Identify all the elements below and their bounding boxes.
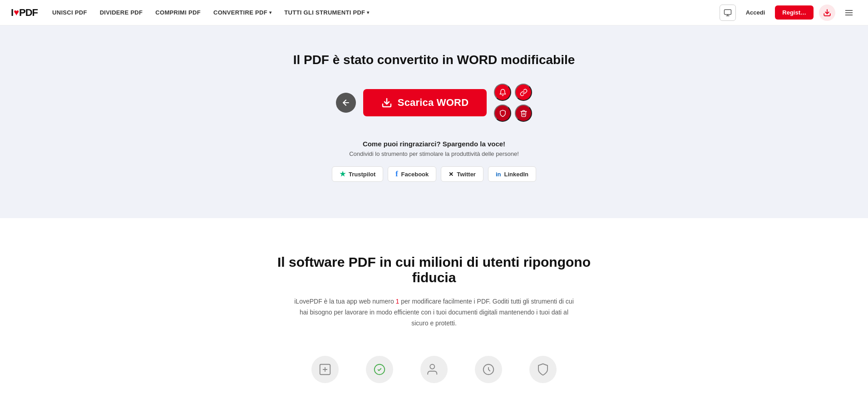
share-linkedin-button[interactable]: in LinkedIn <box>488 166 536 182</box>
logo-heart: ♥ <box>14 7 19 18</box>
hero-actions: Scarica WORD <box>11 84 857 122</box>
nav-comprimi-pdf[interactable]: COMPRIMI PDF <box>155 9 201 16</box>
link-button[interactable] <box>515 84 532 101</box>
nav-tutti-strumenti[interactable]: TUTTI GLI STRUMENTI PDF ▾ <box>284 9 369 16</box>
back-arrow-icon <box>341 98 350 107</box>
register-button[interactable]: Regist… <box>775 5 814 20</box>
feature-icon-4 <box>475 356 502 383</box>
logo-pdf: PDF <box>19 7 38 19</box>
feature-item-5 <box>529 356 557 383</box>
share-linkedin-label: LinkedIn <box>504 171 528 178</box>
convertire-dropdown-arrow: ▾ <box>269 10 271 15</box>
navbar: I♥PDF UNISCI PDF DIVIDERE PDF COMPRIMI P… <box>0 0 868 25</box>
feature-item-4 <box>475 356 502 383</box>
features-row <box>11 356 857 383</box>
lower-description: iLovePDF è la tua app web numero 1 per m… <box>293 296 575 329</box>
feature-icon-2 <box>366 356 393 383</box>
download-icon <box>823 9 831 17</box>
shield-button[interactable] <box>494 105 511 122</box>
strumenti-dropdown-arrow: ▾ <box>367 10 369 15</box>
bell-icon <box>499 89 507 96</box>
monitor-button[interactable] <box>720 5 736 21</box>
action-icons-group <box>494 84 532 122</box>
share-twitter-button[interactable]: ✕ Twitter <box>441 166 483 182</box>
share-buttons: ★ Trustpilot f Facebook ✕ Twitter in Lin… <box>11 166 857 182</box>
trustpilot-icon: ★ <box>340 170 345 178</box>
svg-rect-0 <box>724 10 731 15</box>
share-trustpilot-label: Trustpilot <box>349 171 375 178</box>
download-circle-button[interactable] <box>819 5 835 21</box>
delete-button[interactable] <box>515 105 532 122</box>
linkedin-icon: in <box>496 171 501 178</box>
hero-title: Il PDF è stato convertito in WORD modifi… <box>11 53 857 67</box>
feature-icon-5 <box>529 356 557 383</box>
trash-icon <box>520 110 528 117</box>
hamburger-icon <box>844 8 853 17</box>
link-icon <box>520 89 528 96</box>
feature-item-2 <box>366 356 393 383</box>
feature-icon-1 <box>311 356 339 383</box>
notify-button[interactable] <box>494 84 511 101</box>
lower-title: Il software PDF in cui milioni di utenti… <box>275 254 593 285</box>
share-facebook-button[interactable]: f Facebook <box>388 166 436 182</box>
feature-item-3 <box>420 356 448 383</box>
svg-point-11 <box>430 364 434 369</box>
share-title: Come puoi ringraziarci? Spargendo la voc… <box>11 140 857 148</box>
back-button[interactable] <box>336 93 356 113</box>
feature-icon-3 <box>420 356 448 383</box>
nav-links: UNISCI PDF DIVIDERE PDF COMPRIMI PDF CON… <box>52 9 720 16</box>
shield-icon <box>499 110 507 117</box>
feature-item-1 <box>311 356 339 383</box>
action-icons-top-row <box>494 84 532 101</box>
twitter-x-icon: ✕ <box>449 171 454 178</box>
share-facebook-label: Facebook <box>401 171 429 178</box>
share-twitter-label: Twitter <box>457 171 476 178</box>
login-button[interactable]: Accedi <box>741 6 770 19</box>
facebook-icon: f <box>395 170 398 178</box>
share-section: Come puoi ringraziarci? Spargendo la voc… <box>11 140 857 182</box>
lower-section: Il software PDF in cui milioni di utenti… <box>0 218 868 410</box>
nav-dividere-pdf[interactable]: DIVIDERE PDF <box>100 9 143 16</box>
nav-actions: Accedi Regist… <box>720 5 857 21</box>
download-btn-icon <box>381 97 392 108</box>
logo[interactable]: I♥PDF <box>11 7 38 19</box>
share-trustpilot-button[interactable]: ★ Trustpilot <box>332 166 383 182</box>
nav-convertire-pdf[interactable]: CONVERTIRE PDF ▾ <box>213 9 271 16</box>
download-word-button[interactable]: Scarica WORD <box>363 89 487 116</box>
logo-i: I <box>11 7 13 19</box>
hero-section: Il PDF è stato convertito in WORD modifi… <box>0 25 868 218</box>
hamburger-button[interactable] <box>841 5 857 21</box>
share-subtitle: Condividi lo strumento per stimolare la … <box>11 150 857 157</box>
action-icons-bottom-row <box>494 105 532 122</box>
monitor-icon <box>724 9 732 17</box>
nav-unisci-pdf[interactable]: UNISCI PDF <box>52 9 87 16</box>
